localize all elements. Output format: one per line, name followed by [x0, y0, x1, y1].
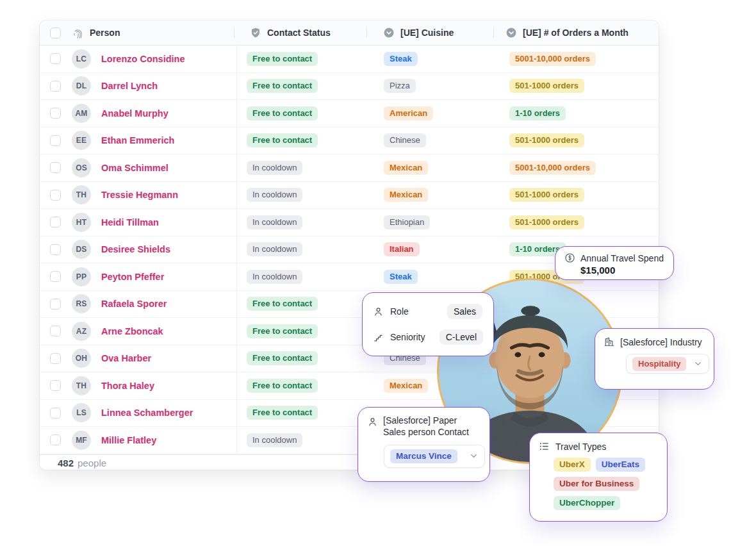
cuisine-badge: Pizza: [384, 79, 416, 93]
role-label: Role: [390, 306, 441, 317]
travel-types-label: Travel Types: [555, 442, 606, 452]
status-badge: Free to contact: [247, 297, 318, 311]
person-name[interactable]: Rafaela Sporer: [101, 299, 167, 309]
column-header-cuisine[interactable]: [UE] Cuisine: [370, 21, 497, 45]
status-badge: Free to contact: [247, 79, 318, 93]
person-name[interactable]: Tressie Hegmann: [101, 190, 178, 200]
row-checkbox[interactable]: [50, 408, 61, 418]
table-row: HTHeidi TillmanIn cooldownEthiopian501-1…: [40, 209, 659, 236]
row-checkbox[interactable]: [50, 81, 61, 92]
status-badge: Free to contact: [247, 106, 318, 120]
column-header-orders[interactable]: [UE] # of Orders a Month: [497, 21, 659, 45]
orders-cell: 5001-10,000 orders: [497, 154, 659, 181]
column-header-status[interactable]: Contact Status: [237, 21, 370, 45]
select-all-checkbox[interactable]: [50, 28, 61, 38]
person-name[interactable]: Peyton Pfeffer: [101, 272, 164, 282]
avatar: PP: [72, 267, 91, 286]
person-name[interactable]: Ethan Emmerich: [101, 135, 174, 145]
paper-sales-contact-select[interactable]: Marcus Vince: [384, 445, 485, 468]
person-cell: THTressie Hegmann: [40, 182, 237, 209]
row-checkbox[interactable]: [50, 353, 61, 364]
status-cell: Free to contact: [237, 100, 370, 127]
person-cell: DSDesiree Shields: [40, 236, 237, 263]
orders-badge: 5001-10,000 orders: [509, 161, 596, 175]
role-seniority-card: Role Sales Seniority C-Level: [362, 292, 494, 356]
travel-type-badge: UberX: [554, 458, 591, 472]
salesforce-industry-card: [Salesforce] Industry Hospitality: [595, 328, 714, 390]
cuisine-cell: Pizza: [370, 73, 497, 100]
row-checkbox[interactable]: [50, 217, 61, 228]
person-name[interactable]: Ova Harber: [101, 353, 151, 363]
person-name[interactable]: Darrel Lynch: [101, 81, 158, 91]
person-name[interactable]: Desiree Shields: [101, 244, 170, 254]
shield-check-icon: [250, 27, 261, 38]
fingerprint-icon: [72, 27, 84, 38]
status-cell: In cooldown: [237, 154, 370, 181]
person-name[interactable]: Arne Zboncak: [101, 326, 163, 336]
person-name[interactable]: Heidi Tillman: [101, 217, 159, 228]
row-checkbox[interactable]: [50, 162, 61, 173]
table-header-row: PersonContact Status[UE] Cuisine[UE] # o…: [40, 21, 659, 46]
paper-sales-contact-value-badge: Marcus Vince: [390, 449, 457, 463]
cuisine-badge: Mexican: [384, 161, 428, 175]
table-row: EEEthan EmmerichFree to contactChinese50…: [40, 128, 659, 155]
table-row: THTressie HegmannIn cooldownMexican501-1…: [40, 182, 659, 210]
industry-select[interactable]: Hospitality: [626, 354, 709, 374]
person-name[interactable]: Lorenzo Considine: [101, 54, 185, 64]
row-checkbox[interactable]: [50, 190, 61, 201]
cuisine-badge: American: [384, 106, 433, 120]
industry-label: [Salesforce] Industry: [620, 337, 702, 347]
building-icon: [604, 336, 614, 347]
status-cell: Free to contact: [237, 291, 370, 318]
person-name[interactable]: Oma Schimmel: [101, 163, 168, 173]
circle-chevron-icon: [383, 27, 395, 38]
avatar: RS: [72, 294, 91, 313]
status-badge: In cooldown: [247, 270, 302, 284]
status-badge: In cooldown: [247, 188, 302, 202]
row-checkbox[interactable]: [50, 244, 61, 255]
row-checkbox[interactable]: [50, 135, 61, 146]
row-checkbox[interactable]: [50, 326, 61, 336]
role-value-badge: Sales: [447, 304, 482, 319]
dollar-circle-icon: [564, 252, 575, 263]
paper-sales-contact-label: [Salesforce] Paper Sales person Contact: [383, 415, 481, 438]
status-cell: In cooldown: [237, 182, 370, 209]
annual-travel-spend-value: $15,000: [580, 265, 664, 276]
seniority-label: Seniority: [390, 332, 433, 342]
person-icon: [373, 306, 384, 317]
avatar: HT: [72, 213, 91, 232]
column-header-label: Person: [90, 28, 120, 38]
cuisine-badge: Steak: [384, 52, 418, 66]
row-checkbox[interactable]: [50, 380, 61, 391]
column-header-label: Contact Status: [267, 28, 331, 38]
status-badge: Free to contact: [247, 52, 318, 66]
person-name[interactable]: Thora Haley: [101, 381, 154, 391]
person-cell: RSRafaela Sporer: [40, 291, 237, 318]
cuisine-cell: Chinese: [370, 128, 497, 154]
status-badge: Free to contact: [247, 379, 318, 393]
row-checkbox[interactable]: [50, 53, 61, 64]
person-name[interactable]: Millie Flatley: [101, 435, 156, 445]
orders-cell: 501-1000 orders: [497, 209, 659, 236]
avatar: TH: [72, 185, 91, 204]
cuisine-cell: American: [370, 100, 497, 127]
person-name[interactable]: Anabel Murphy: [101, 108, 168, 119]
person-name[interactable]: Linnea Schamberger: [101, 408, 193, 418]
row-checkbox[interactable]: [50, 108, 61, 119]
row-checkbox[interactable]: [50, 271, 61, 282]
chevron-down-icon: [693, 359, 703, 368]
row-checkbox[interactable]: [50, 299, 61, 310]
avatar: EE: [72, 131, 91, 150]
cuisine-badge: Chinese: [384, 133, 426, 147]
status-cell: Free to contact: [237, 345, 370, 372]
orders-cell: 1-10 orders: [497, 100, 659, 127]
chevron-down-icon: [469, 451, 479, 461]
column-header-person[interactable]: Person: [40, 21, 237, 45]
person-icon: [367, 417, 378, 427]
cuisine-badge: Mexican: [384, 188, 428, 202]
row-count-value: 482: [58, 458, 74, 468]
avatar: LC: [72, 49, 91, 69]
cuisine-cell: Ethiopian: [370, 209, 497, 236]
row-checkbox[interactable]: [50, 434, 61, 445]
status-badge: Free to contact: [247, 406, 318, 420]
